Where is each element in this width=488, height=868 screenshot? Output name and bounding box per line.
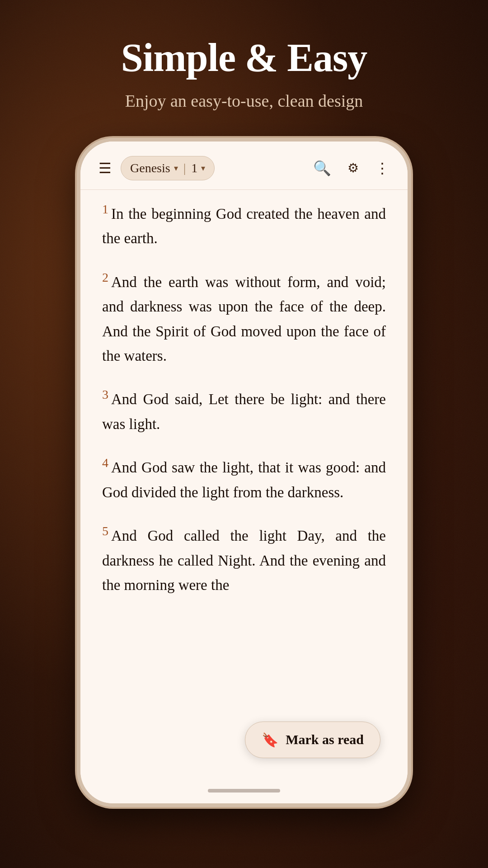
verse-2-num: 2: [102, 270, 108, 284]
verse-4: 4And God saw the light, that it was good…: [102, 453, 386, 505]
page-headline: Simple & Easy: [121, 36, 367, 80]
verse-3-num: 3: [102, 387, 108, 401]
verse-1-num: 1: [102, 202, 108, 216]
verse-4-text: 4And God saw the light, that it was good…: [102, 453, 386, 505]
verse-2-text: 2And the earth was without form, and voi…: [102, 267, 386, 368]
verse-1-text: 1In the beginning God created the heaven…: [102, 199, 386, 251]
bookmark-icon: 🔖: [262, 732, 278, 748]
filter-icon[interactable]: ⚙: [347, 160, 359, 175]
more-icon[interactable]: ⋮: [375, 160, 389, 177]
phone-screen: ☰ Genesis ▾ | 1 ▾ 🔍 ⚙ ⋮ 1In the beginnin: [80, 142, 408, 803]
app-toolbar: ☰ Genesis ▾ | 1 ▾ 🔍 ⚙ ⋮: [80, 142, 408, 190]
verse-3-text: 3And God said, Let there be light: and t…: [102, 384, 386, 436]
home-indicator: [208, 789, 280, 793]
verse-5: 5And God called the light Day, and the d…: [102, 521, 386, 597]
page-content: Simple & Easy Enjoy an easy-to-use, clea…: [0, 0, 488, 807]
vol-up-button: [77, 259, 79, 291]
search-icon[interactable]: 🔍: [313, 160, 331, 177]
verse-5-num: 5: [102, 524, 108, 538]
mark-as-read-label: Mark as read: [286, 732, 364, 747]
selector-divider: |: [183, 161, 186, 175]
silent-switch: [77, 223, 79, 245]
book-name: Genesis: [130, 161, 170, 175]
vol-down-button: [77, 304, 79, 336]
verse-3: 3And God said, Let there be light: and t…: [102, 384, 386, 436]
verse-4-num: 4: [102, 456, 108, 470]
phone-mockup: ☰ Genesis ▾ | 1 ▾ 🔍 ⚙ ⋮ 1In the beginnin: [77, 138, 411, 807]
mark-as-read-button[interactable]: 🔖 Mark as read: [245, 722, 380, 758]
bible-text-area: 1In the beginning God created the heaven…: [80, 190, 408, 803]
book-chevron-icon: ▾: [174, 163, 178, 173]
verse-2: 2And the earth was without form, and voi…: [102, 267, 386, 368]
verse-5-text: 5And God called the light Day, and the d…: [102, 521, 386, 597]
chapter-number: 1: [191, 161, 197, 175]
page-subtitle: Enjoy an easy-to-use, clean design: [125, 91, 363, 111]
menu-icon[interactable]: ☰: [99, 160, 112, 177]
book-selector[interactable]: Genesis ▾ | 1 ▾: [121, 156, 215, 180]
verse-1: 1In the beginning God created the heaven…: [102, 199, 386, 251]
chapter-chevron-icon: ▾: [201, 163, 205, 173]
